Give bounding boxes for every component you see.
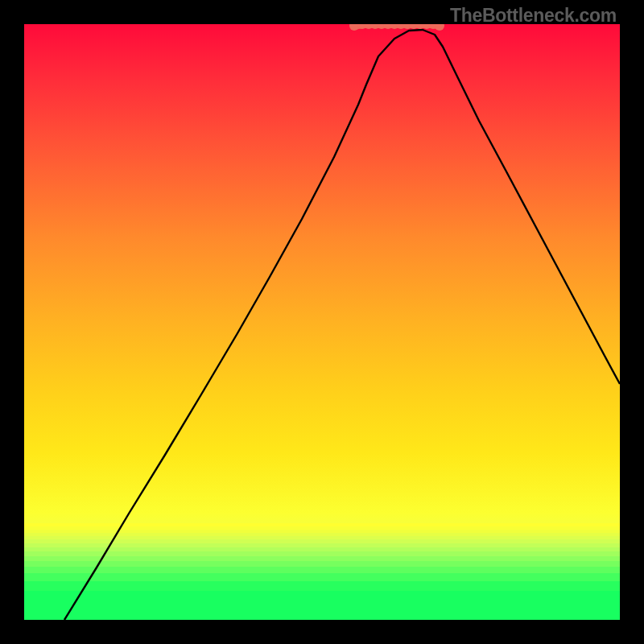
watermark-text: TheBottleneck.com xyxy=(450,5,617,27)
svg-point-13 xyxy=(435,24,444,31)
bottleneck-curve xyxy=(64,30,620,620)
chart-svg xyxy=(24,24,620,620)
chart-frame xyxy=(24,24,620,620)
highlight-band xyxy=(349,24,444,31)
